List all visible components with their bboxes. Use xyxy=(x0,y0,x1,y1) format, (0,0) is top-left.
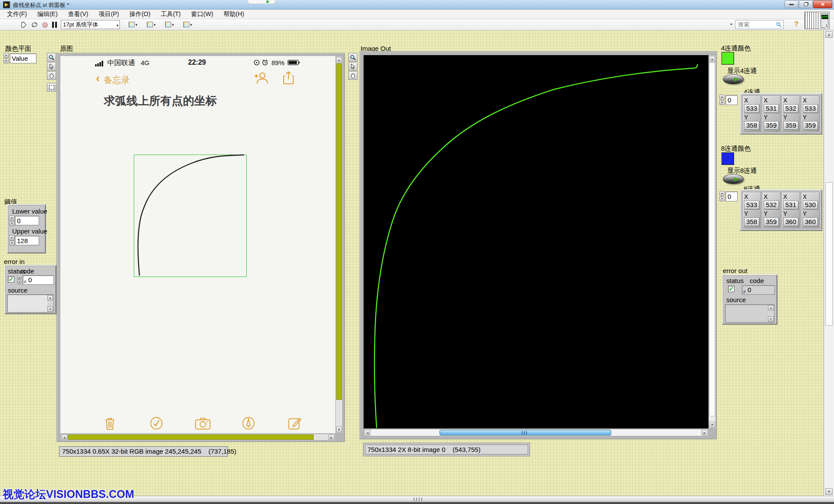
scroll-down-button[interactable]: ▾ xyxy=(709,422,715,428)
scroll-down-button[interactable]: ▾ xyxy=(768,316,774,322)
menu-help[interactable]: 帮助(H) xyxy=(218,10,249,19)
context-help-button[interactable]: ? xyxy=(794,20,798,29)
scroll-right-button[interactable]: ▸ xyxy=(702,430,708,435)
menu-tools[interactable]: 工具(T) xyxy=(156,10,186,19)
scroll-up-button[interactable]: ▴ xyxy=(336,57,342,63)
restore-button[interactable] xyxy=(799,0,813,8)
conn8-index-spinner[interactable]: ▴▾ xyxy=(719,191,725,201)
show-conn8-toggle[interactable] xyxy=(723,174,744,184)
y-value: 358 xyxy=(744,121,759,130)
minimize-button[interactable] xyxy=(784,0,798,8)
conn8-point-1: X 532 Y 359 xyxy=(762,192,781,228)
reorder-objects-button[interactable]: ▾ xyxy=(180,20,195,29)
panel-vscroll-thumb[interactable] xyxy=(825,182,833,326)
image-out-vscroll-thumb[interactable] xyxy=(709,63,715,416)
scroll-up-button[interactable]: ▴ xyxy=(47,295,53,300)
scroll-down-button[interactable]: ▾ xyxy=(825,488,833,495)
font-selector[interactable]: 17pt 系统字体 ▾ xyxy=(61,20,120,29)
search-icon[interactable] xyxy=(776,22,782,28)
close-button[interactable]: ✕ xyxy=(813,0,832,8)
upper-value-spinner[interactable]: ▴▾ xyxy=(9,235,14,246)
toolbar-expander-icon[interactable]: ▸ xyxy=(731,22,733,26)
resize-objects-button[interactable]: ▾ xyxy=(162,20,177,29)
upper-value-input[interactable]: 128 xyxy=(15,236,39,245)
lower-value-spinner[interactable]: ▴▾ xyxy=(9,215,14,226)
search-input[interactable] xyxy=(737,21,774,28)
rectangle-roi-tool-button[interactable] xyxy=(47,83,56,92)
cursor-icon xyxy=(350,63,356,69)
menu-project[interactable]: 项目(P) xyxy=(93,10,124,19)
error-in-status-checkbox[interactable]: ✓ xyxy=(8,276,14,283)
conn4-color-box[interactable] xyxy=(721,52,734,65)
abort-button[interactable] xyxy=(40,20,50,29)
menu-view[interactable]: 查看(V) xyxy=(63,10,94,19)
conn4-color-label: 4连通颜色 xyxy=(721,44,751,52)
show-conn4-toggle[interactable] xyxy=(723,74,744,84)
toggle-arrow-icon xyxy=(734,77,739,82)
conn4-index-input[interactable]: 0 xyxy=(725,95,738,105)
conn8-color-box[interactable] xyxy=(721,152,734,165)
conn4-index-spinner[interactable]: ▴▾ xyxy=(719,95,725,105)
distribute-objects-button[interactable]: ▾ xyxy=(143,20,159,29)
scroll-down-button[interactable]: ▾ xyxy=(336,426,342,432)
error-in-code-spinner[interactable]: ▴▾ xyxy=(17,275,21,284)
lower-value-label: Lower value xyxy=(12,208,47,215)
conn8-array: X 533 Y 358 X 532 Y 359 X 531 Y 360 X 53… xyxy=(740,189,822,231)
network-text: 4G xyxy=(141,59,149,66)
y-value: 359 xyxy=(764,217,779,226)
error-out-source-label: source xyxy=(726,296,746,303)
rotation-lock-icon xyxy=(254,59,260,66)
alarm-icon xyxy=(262,59,268,66)
zoom-tool-button[interactable] xyxy=(348,53,357,62)
toggle-arrow-icon xyxy=(734,177,739,181)
vi-icon-pane[interactable]: 1 xyxy=(804,12,830,29)
conn8-point-0: X 533 Y 358 xyxy=(742,192,761,228)
color-plane-spinner[interactable]: ▴▾ xyxy=(3,53,9,63)
menu-window[interactable]: 窗口(W) xyxy=(186,10,218,19)
conn8-point-3: X 530 Y 360 xyxy=(801,192,820,228)
scroll-up-button[interactable]: ▴ xyxy=(768,305,774,310)
pause-button[interactable] xyxy=(50,20,59,29)
x-value: 532 xyxy=(783,104,798,113)
error-in-source-label: source xyxy=(8,287,27,294)
scroll-down-button[interactable]: ▾ xyxy=(47,306,53,312)
threshold-cluster: Lower value ▴▾ 0 Upper value ▴▾ 128 xyxy=(7,204,46,254)
pan-tool-button[interactable] xyxy=(348,71,357,80)
image-out-canvas[interactable] xyxy=(364,55,708,428)
run-button[interactable] xyxy=(19,20,29,29)
window-bottom-edge xyxy=(0,502,834,504)
x-value: 532 xyxy=(764,201,779,209)
error-in-code-input[interactable]: d 0 xyxy=(23,275,54,285)
color-plane-ring[interactable]: Value xyxy=(10,53,36,63)
note-title: 求弧线上所有点的坐标 xyxy=(104,93,217,109)
pan-tool-button[interactable] xyxy=(47,71,56,80)
battery-icon xyxy=(288,60,300,65)
magnifier-icon xyxy=(48,54,55,61)
cursor-tool-button[interactable] xyxy=(348,62,357,71)
run-continuous-button[interactable] xyxy=(30,20,39,29)
error-in-source-input[interactable]: ▴▾ xyxy=(7,294,54,313)
menu-edit[interactable]: 编辑(E) xyxy=(32,10,63,19)
labview-vi-icon xyxy=(3,1,10,8)
abort-icon xyxy=(42,22,48,28)
y-value: 359 xyxy=(783,121,798,130)
left-image-hscroll-thumb[interactable] xyxy=(68,435,314,440)
error-out-code-indicator: d 0 xyxy=(742,285,775,295)
lower-value-input[interactable]: 0 xyxy=(15,216,39,225)
cursor-tool-button[interactable] xyxy=(47,62,56,71)
scroll-up-button[interactable]: ▴ xyxy=(825,31,833,38)
conn8-point-2: X 531 Y 360 xyxy=(781,192,800,228)
conn8-index-input[interactable]: 0 xyxy=(725,191,738,201)
scroll-left-button[interactable]: ◂ xyxy=(61,435,67,440)
menu-operate[interactable]: 操作(O) xyxy=(124,10,156,19)
zoom-tool-button[interactable] xyxy=(47,53,56,62)
align-objects-button[interactable]: ▾ xyxy=(125,20,141,29)
original-image-canvas[interactable]: 中国联通 4G 22:29 89% ‹ 备忘录 xyxy=(60,56,335,433)
image-out-hscroll-thumb[interactable] xyxy=(440,430,611,435)
background-window-fragment xyxy=(248,0,275,4)
menu-file[interactable]: 文件(F) xyxy=(2,10,32,19)
scroll-right-button[interactable]: ▸ xyxy=(328,435,334,440)
scroll-left-button[interactable]: ◂ xyxy=(364,430,371,435)
scroll-up-button[interactable]: ▴ xyxy=(709,56,715,62)
left-image-vscroll-thumb[interactable] xyxy=(336,63,342,400)
